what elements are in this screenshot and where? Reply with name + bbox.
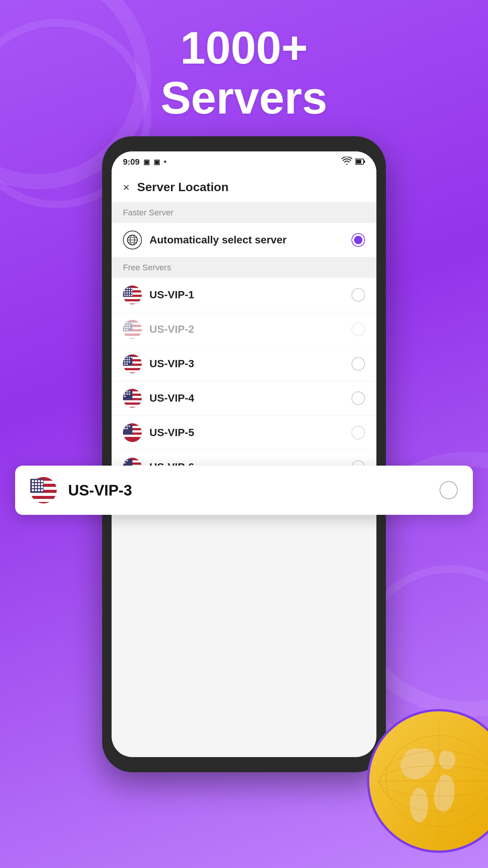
svg-point-111 bbox=[41, 483, 43, 485]
dot-indicator: • bbox=[164, 157, 166, 166]
svg-point-24 bbox=[129, 292, 130, 294]
svg-rect-35 bbox=[123, 336, 142, 338]
svg-rect-12 bbox=[123, 301, 142, 304]
svg-point-45 bbox=[126, 327, 128, 328]
svg-point-28 bbox=[129, 295, 130, 296]
svg-point-87 bbox=[129, 425, 130, 427]
floating-server-tooltip[interactable]: US-VIP-3 bbox=[15, 466, 473, 515]
svg-point-107 bbox=[41, 480, 43, 482]
floating-radio-btn[interactable] bbox=[440, 481, 458, 499]
svg-point-79 bbox=[124, 396, 126, 397]
us-flag-vip1 bbox=[123, 285, 142, 304]
svg-rect-2 bbox=[364, 161, 365, 163]
svg-rect-102 bbox=[30, 499, 57, 502]
svg-point-114 bbox=[38, 486, 40, 488]
auto-select-radio[interactable] bbox=[351, 233, 365, 247]
server-name-vip4: US-VIP-4 bbox=[149, 392, 351, 404]
app-header: × Server Location bbox=[112, 172, 376, 203]
svg-point-21 bbox=[131, 290, 132, 291]
close-button[interactable]: × bbox=[123, 181, 130, 194]
svg-point-29 bbox=[131, 295, 132, 296]
us-flag-vip5 bbox=[123, 423, 142, 442]
svg-point-57 bbox=[129, 357, 130, 358]
svg-point-116 bbox=[32, 489, 34, 491]
svg-point-60 bbox=[126, 359, 128, 360]
server-item-us-vip-2[interactable]: US-VIP-2 bbox=[112, 312, 376, 347]
screen-title: Server Location bbox=[137, 180, 229, 194]
svg-point-22 bbox=[124, 292, 126, 294]
svg-point-106 bbox=[38, 480, 40, 482]
svg-point-39 bbox=[129, 322, 130, 324]
svg-point-95 bbox=[124, 460, 126, 461]
svg-point-96 bbox=[126, 460, 128, 461]
radio-vip5[interactable] bbox=[351, 426, 365, 439]
svg-point-47 bbox=[124, 329, 126, 330]
sim-icon-2: ▣ bbox=[154, 158, 160, 166]
svg-point-43 bbox=[129, 324, 130, 326]
wifi-icon bbox=[342, 157, 352, 167]
svg-point-16 bbox=[129, 288, 130, 289]
svg-point-119 bbox=[41, 489, 43, 491]
svg-point-18 bbox=[124, 290, 126, 291]
radio-vip3[interactable] bbox=[351, 357, 365, 371]
status-bar: 9:09 ▣ ▣ • bbox=[112, 151, 376, 172]
floating-server-name: US-VIP-3 bbox=[68, 482, 440, 499]
svg-point-61 bbox=[129, 359, 130, 360]
server-item-us-vip-3[interactable]: US-VIP-3 bbox=[112, 347, 376, 381]
us-flag-vip2 bbox=[123, 320, 142, 339]
svg-point-55 bbox=[124, 357, 126, 358]
svg-point-37 bbox=[124, 322, 126, 324]
hero-line1: 1000+ bbox=[0, 23, 488, 73]
battery-icon bbox=[355, 157, 365, 167]
svg-point-44 bbox=[124, 327, 126, 328]
svg-point-88 bbox=[124, 428, 126, 429]
svg-point-40 bbox=[131, 322, 132, 324]
free-servers-section-label: Free Servers bbox=[112, 257, 376, 278]
svg-point-38 bbox=[126, 322, 128, 324]
svg-point-105 bbox=[35, 480, 37, 482]
svg-point-118 bbox=[38, 489, 40, 491]
svg-rect-101 bbox=[30, 493, 57, 496]
svg-rect-83 bbox=[123, 435, 142, 437]
svg-rect-71 bbox=[123, 405, 142, 407]
svg-point-73 bbox=[124, 391, 126, 393]
svg-point-115 bbox=[41, 486, 43, 488]
radio-vip4[interactable] bbox=[351, 391, 365, 405]
svg-point-14 bbox=[124, 288, 126, 289]
server-item-us-vip-5[interactable]: US-VIP-5 bbox=[112, 416, 376, 450]
svg-point-64 bbox=[129, 361, 130, 363]
svg-point-76 bbox=[124, 393, 126, 395]
svg-rect-1 bbox=[356, 160, 361, 164]
svg-point-63 bbox=[126, 361, 128, 363]
radio-vip2[interactable] bbox=[351, 323, 365, 336]
svg-point-78 bbox=[129, 393, 130, 395]
server-item-us-vip-1[interactable]: US-VIP-1 bbox=[112, 278, 376, 312]
phone-screen: 9:09 ▣ ▣ • bbox=[112, 151, 376, 757]
svg-rect-70 bbox=[123, 400, 142, 402]
hero-line2: Servers bbox=[0, 73, 488, 123]
svg-point-113 bbox=[35, 486, 37, 488]
status-time: 9:09 bbox=[123, 157, 140, 167]
svg-point-104 bbox=[32, 480, 34, 482]
status-right bbox=[342, 157, 365, 167]
svg-point-59 bbox=[124, 359, 126, 360]
auto-select-item[interactable]: Automatically select server bbox=[112, 223, 376, 257]
auto-select-label: Automatically select server bbox=[149, 234, 351, 246]
radio-vip1[interactable] bbox=[351, 288, 365, 302]
svg-point-75 bbox=[129, 391, 130, 393]
server-item-us-vip-4[interactable]: US-VIP-4 bbox=[112, 381, 376, 416]
floating-flag-icon bbox=[30, 477, 57, 503]
svg-point-112 bbox=[32, 486, 34, 488]
server-list: US-VIP-1 bbox=[112, 278, 376, 485]
server-name-vip3: US-VIP-3 bbox=[149, 358, 351, 370]
us-flag-vip3 bbox=[123, 354, 142, 373]
status-left: 9:09 ▣ ▣ • bbox=[123, 157, 166, 167]
svg-rect-34 bbox=[123, 331, 142, 333]
svg-point-86 bbox=[126, 425, 128, 427]
svg-point-42 bbox=[126, 324, 128, 326]
sim-icon-1: ▣ bbox=[143, 158, 150, 166]
svg-point-23 bbox=[126, 292, 128, 294]
svg-point-109 bbox=[35, 483, 37, 485]
svg-point-46 bbox=[129, 327, 130, 328]
svg-point-89 bbox=[126, 428, 128, 429]
